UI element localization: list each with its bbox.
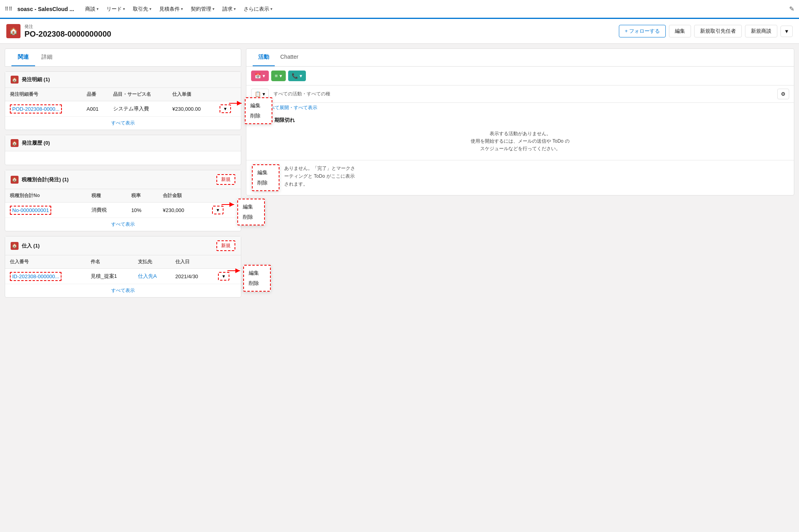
activity-calendar-button[interactable]: 📅 ▾: [251, 71, 269, 81]
activity-phone-button[interactable]: 📞 ▾: [288, 71, 306, 81]
tax-total-title: 税種別合計(発注) (1): [22, 176, 213, 183]
tab-chatter[interactable]: Chatter: [275, 49, 304, 66]
col-supplier: 支払先: [133, 255, 171, 269]
past-body-1: ありません。「完了」とマークさ: [284, 164, 355, 172]
col-purchase-date: 仕入日: [171, 255, 213, 269]
nav-item-quote[interactable]: 見積条件 ▾: [156, 6, 186, 13]
activity-card: 活動 Chatter 📅 ▾ ≡ ▾ 📞 ▾: [246, 48, 794, 195]
tab-activity[interactable]: 活動: [253, 49, 275, 66]
grid-icon[interactable]: ⠿⠿: [5, 6, 13, 12]
right-panel: 活動 Chatter 📅 ▾ ≡ ▾ 📞 ▾: [246, 48, 794, 532]
nav-item-lead[interactable]: リード ▾: [103, 6, 128, 13]
activity-list-button[interactable]: ≡ ▾: [271, 71, 286, 81]
purchase-title: 仕入 (1): [22, 242, 213, 249]
tax-total-new-button[interactable]: 新規: [216, 174, 235, 185]
col-tax-type: 税種: [87, 189, 127, 203]
record-header: 🏠 発注 PO-202308-0000000000 + フォローする 編集 新規…: [0, 19, 799, 44]
record-label: 発注: [24, 24, 111, 30]
purchase-show-all[interactable]: すべて表示: [5, 284, 241, 297]
order-detail-section: 🏠 発注明細 (1) 発注明細番号 品番 品目・サービス名 仕入単価: [5, 71, 241, 130]
tab-related[interactable]: 関連: [11, 49, 35, 66]
order-detail-table: 発注明細番号 品番 品目・サービス名 仕入単価 POD-202308-0000.…: [5, 88, 241, 117]
nav-item-shōdan[interactable]: 商談 ▾: [82, 6, 102, 13]
top-navigation: ⠿⠿ soasc - SalesCloud ... 商談 ▾ リード ▾ 取引先…: [0, 0, 799, 19]
order-history-header: 🏠 発注履歴 (0): [5, 135, 241, 151]
phone-dropdown-icon: ▾: [300, 73, 302, 79]
popup-edit-past[interactable]: 編集: [253, 167, 279, 178]
list-icon: ≡: [275, 73, 278, 79]
arrow-annotation: [229, 97, 245, 109]
nav-item-contract[interactable]: 契約管理 ▾: [188, 6, 218, 13]
purchase-table: 仕入番号 件名 支払先 仕入日 ID-202308-000000... 見積_提…: [5, 255, 241, 284]
supplier-link[interactable]: 仕入先A: [138, 273, 157, 279]
col-item-name: 品目・サービス名: [108, 88, 168, 101]
future-body-3: スケジュールなどを行ってください。: [255, 145, 785, 153]
purchase-date-cell: 2021/4/30: [171, 269, 213, 284]
new-deal-button[interactable]: 新規商談: [745, 25, 777, 37]
nav-item-more[interactable]: さらに表示 ▾: [240, 6, 276, 13]
tax-id-link[interactable]: No-0000000001: [10, 206, 51, 215]
record-title: PO-202308-0000000000: [24, 30, 111, 39]
app-name: soasc - SalesCloud ...: [17, 6, 74, 12]
main-layout: 関連 詳細 🏠 発注明細 (1) 発注明細番号 品番 品目・サービス名 仕入単価: [0, 44, 799, 532]
edit-button[interactable]: 編集: [669, 25, 691, 37]
past-body-3: されます。: [284, 180, 355, 188]
past-section: 編集 削除 ありません。「完了」とマークさ ーティングと ToDo がここに表示…: [246, 160, 794, 195]
nav-item-account[interactable]: 取引先 ▾: [130, 6, 155, 13]
popup-delete-1[interactable]: 削除: [246, 111, 272, 121]
activity-toolbar: 📅 ▾ ≡ ▾ 📞 ▾: [246, 67, 794, 86]
future-header: ∨ 今後 & 期限切れ: [252, 117, 788, 124]
popup-delete-past[interactable]: 削除: [253, 178, 279, 188]
arrow-annotation-2: [222, 199, 237, 210]
record-details: 発注 PO-202308-0000000000: [24, 24, 111, 39]
tax-rate-cell: 10%: [127, 203, 158, 218]
edit-icon[interactable]: ✎: [789, 5, 794, 13]
order-detail-title: 発注明細 (1): [22, 76, 235, 83]
order-detail-actions: ▼: [215, 101, 241, 117]
col-tax-rate: 税率: [127, 189, 158, 203]
col-unit-price: 仕入単価: [168, 88, 215, 101]
order-history-icon: 🏠: [11, 139, 19, 147]
order-history-title: 発注履歴 (0): [22, 140, 235, 147]
popup-edit-2[interactable]: 編集: [238, 202, 264, 212]
activity-filter-text: すべての活動・すべての種: [274, 91, 330, 97]
tax-actions: ▼: [207, 203, 241, 218]
nav-item-billing[interactable]: 請求 ▾: [219, 6, 239, 13]
right-tab-bar: 活動 Chatter: [246, 49, 794, 67]
future-section: ∨ 今後 & 期限切れ 表示する活動がありません。 使用を開始するには、メールの…: [246, 113, 794, 160]
purchase-header: 🏠 仕入 (1) 新規: [5, 236, 241, 255]
left-panel: 関連 詳細 🏠 発注明細 (1) 発注明細番号 品番 品目・サービス名 仕入単価: [5, 48, 241, 532]
order-detail-popup: 編集 削除: [245, 97, 272, 124]
purchase-id-link[interactable]: ID-202308-000000...: [10, 272, 61, 281]
arrow-annotation-3: [227, 265, 243, 277]
tax-total-show-all[interactable]: すべて表示: [5, 218, 241, 231]
table-row: POD-202308-0000... A001 システム導入費 ¥230,000…: [5, 101, 241, 117]
popup-edit-1[interactable]: 編集: [246, 100, 272, 111]
purchase-new-button[interactable]: 新規: [216, 240, 235, 251]
unit-price-cell: ¥230,000.00: [168, 101, 215, 117]
activity-gear-button[interactable]: ⚙: [777, 89, 789, 99]
col-tax-total: 合計金額: [158, 189, 207, 203]
record-info: 🏠 発注 PO-202308-0000000000: [6, 24, 111, 39]
tax-total-cell: ¥230,000: [158, 203, 207, 218]
order-history-section: 🏠 発注履歴 (0): [5, 135, 241, 165]
popup-delete-3[interactable]: 削除: [244, 278, 270, 288]
popup-edit-3[interactable]: 編集: [244, 268, 270, 278]
chevron-icon: ▾: [97, 7, 99, 11]
record-dropdown-button[interactable]: ▼: [780, 26, 793, 37]
tax-total-table: 税種別合計No 税種 税率 合計金額 No-0000000001 消費税 10%: [5, 189, 241, 218]
order-detail-id-link[interactable]: POD-202308-0000...: [10, 104, 62, 113]
table-row: No-0000000001 消費税 10% ¥230,000 ▼: [5, 203, 241, 218]
new-account-button[interactable]: 新規取引先任者: [694, 25, 742, 37]
chevron-icon: ▾: [123, 7, 125, 11]
future-body-2: 使用を開始するには、メールの送信や ToDo の: [255, 138, 785, 145]
tax-total-icon: 🏠: [11, 176, 19, 184]
order-detail-icon: 🏠: [11, 76, 19, 84]
note-icon: 📋: [255, 91, 261, 97]
future-body: 表示する活動がありません。 使用を開始するには、メールの送信や ToDo の ス…: [252, 127, 788, 156]
order-detail-show-all[interactable]: すべて表示: [5, 117, 241, 130]
popup-delete-2[interactable]: 削除: [238, 212, 264, 222]
tab-detail[interactable]: 詳細: [35, 49, 59, 66]
follow-button[interactable]: + フォローする: [619, 25, 666, 37]
past-popup: 編集 削除: [252, 164, 279, 191]
